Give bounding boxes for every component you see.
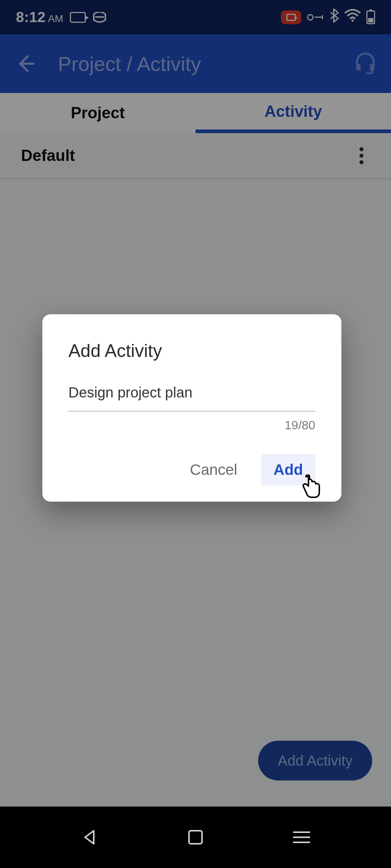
nav-home-icon (188, 830, 203, 844)
cursor-pointer-icon (300, 475, 321, 499)
nav-recents[interactable] (291, 827, 312, 847)
activity-name-input[interactable] (68, 382, 315, 411)
android-nav-bar (0, 807, 391, 868)
char-counter: 19/80 (68, 418, 315, 432)
add-activity-dialog: Add Activity 19/80 Cancel Add (42, 314, 341, 502)
cancel-button[interactable]: Cancel (186, 454, 241, 486)
nav-home[interactable] (185, 827, 206, 847)
app-screen: 8:12 AM Project / Activity (0, 0, 391, 868)
dialog-actions: Cancel Add (68, 454, 315, 486)
nav-back[interactable] (79, 827, 100, 847)
dialog-title: Add Activity (68, 340, 315, 361)
activity-name-field-wrap (68, 382, 315, 412)
nav-recents-icon (293, 831, 310, 843)
nav-back-icon (82, 829, 97, 845)
